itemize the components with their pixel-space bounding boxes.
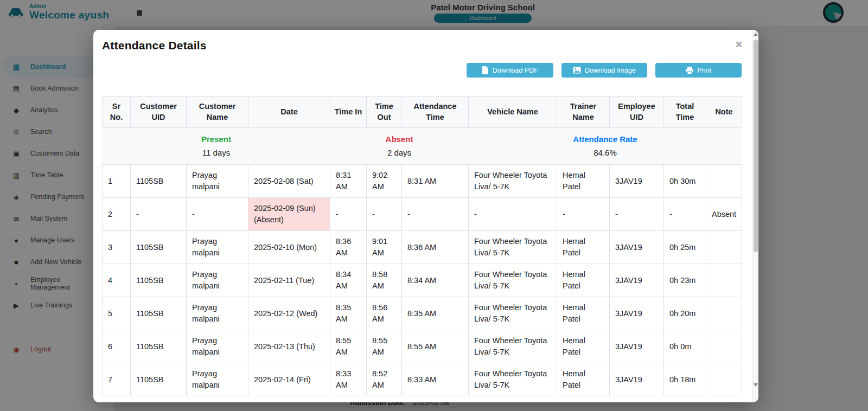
attendance-rate-value: 84.6% bbox=[593, 148, 617, 157]
scrollbar-thumb[interactable] bbox=[754, 40, 758, 252]
cell-customer-name: Prayag malpani bbox=[187, 297, 248, 330]
cell-attendance-time: 8:36 AM bbox=[402, 231, 469, 264]
print-button[interactable]: Print bbox=[655, 63, 742, 78]
column-header-employee-uid: Employee UID bbox=[610, 97, 664, 128]
cell-customer-name: Prayag malpani bbox=[187, 363, 248, 396]
summary-row: Present 11 days Absent 2 days Attendance… bbox=[103, 128, 742, 165]
cell-vehicle-name: Four Wheeler Toyota Liva/ 5-7K bbox=[469, 297, 557, 330]
cell-sr-no-: 1 bbox=[103, 165, 131, 198]
cell-customer-uid: 1105SB bbox=[131, 297, 187, 330]
cell-customer-uid: 1105SB bbox=[131, 264, 187, 297]
cell-sr-no-: 6 bbox=[103, 330, 131, 363]
cell-note bbox=[706, 231, 742, 264]
column-header-vehicle-name: Vehicle Name bbox=[469, 97, 557, 128]
cell-trainer-name: Hemal Patel bbox=[557, 363, 610, 396]
cell-date: 2025-02-12 (Wed) bbox=[248, 297, 330, 330]
cell-trainer-name: Hemal Patel bbox=[557, 231, 610, 264]
cell-time-in: 8:34 AM bbox=[330, 264, 367, 297]
cell-time-out: - bbox=[367, 198, 402, 231]
cell-trainer-name: - bbox=[557, 198, 610, 231]
cell-customer-name: Prayag malpani bbox=[187, 165, 248, 198]
cell-time-in: 8:35 AM bbox=[330, 297, 367, 330]
cell-vehicle-name: - bbox=[469, 198, 557, 231]
column-header-note: Note bbox=[706, 97, 742, 128]
cell-attendance-time: 8:33 AM bbox=[402, 363, 469, 396]
cell-time-out: 9:02 AM bbox=[367, 165, 402, 198]
cell-trainer-name: Hemal Patel bbox=[557, 297, 610, 330]
cell-date: 2025-02-11 (Tue) bbox=[248, 264, 330, 297]
cell-time-out: 8:52 AM bbox=[367, 363, 402, 396]
cell-attendance-time: 8:34 AM bbox=[402, 264, 469, 297]
cell-customer-uid: 1105SB bbox=[131, 330, 187, 363]
attendance-table: Sr No.Customer UIDCustomer NameDateTime … bbox=[102, 96, 742, 396]
cell-vehicle-name: Four Wheeler Toyota Liva/ 5-7K bbox=[469, 363, 557, 396]
cell-trainer-name: Hemal Patel bbox=[557, 165, 610, 198]
cell-time-in: - bbox=[330, 198, 367, 231]
column-header-customer-name: Customer Name bbox=[187, 97, 248, 128]
cell-customer-uid: 1105SB bbox=[131, 363, 187, 396]
cell-employee-uid: - bbox=[610, 198, 664, 231]
cell-time-out: 8:55 AM bbox=[367, 330, 402, 363]
cell-sr-no-: 5 bbox=[103, 297, 131, 330]
scroll-down-icon[interactable] bbox=[754, 383, 758, 387]
cell-sr-no-: 4 bbox=[103, 264, 131, 297]
cell-employee-uid: 3JAV19 bbox=[610, 363, 664, 396]
cell-attendance-time: 8:55 AM bbox=[402, 330, 469, 363]
cell-customer-name: Prayag malpani bbox=[187, 330, 248, 363]
cell-employee-uid: 3JAV19 bbox=[610, 165, 664, 198]
present-value: 11 days bbox=[202, 148, 230, 157]
cell-note bbox=[706, 330, 742, 363]
cell-time-out: 9:01 AM bbox=[367, 231, 402, 264]
table-row: 41105SBPrayag malpani2025-02-11 (Tue)8:3… bbox=[103, 264, 742, 297]
download-pdf-button[interactable]: Download PDF bbox=[467, 63, 553, 78]
table-row: 31105SBPrayag malpani2025-02-10 (Mon)8:3… bbox=[103, 231, 742, 264]
download-image-button[interactable]: Download Image bbox=[561, 63, 648, 78]
download-image-label: Download Image bbox=[585, 67, 636, 74]
column-header-trainer-name: Trainer Name bbox=[557, 97, 610, 128]
table-row: 61105SBPrayag malpani2025-02-13 (Thu)8:5… bbox=[103, 330, 742, 363]
image-icon bbox=[573, 67, 581, 74]
modal-actions: Download PDF Download Image Print bbox=[467, 63, 742, 78]
cell-date: 2025-02-08 (Sat) bbox=[248, 165, 330, 198]
absent-label: Absent bbox=[333, 133, 467, 145]
table-row: 2--2025-02-09 (Sun) (Absent)-------Absen… bbox=[103, 198, 742, 231]
cell-date: 2025-02-13 (Thu) bbox=[248, 330, 330, 363]
cell-time-out: 8:56 AM bbox=[367, 297, 402, 330]
attendance-rate-label: Attendance Rate bbox=[471, 133, 740, 145]
cell-vehicle-name: Four Wheeler Toyota Liva/ 5-7K bbox=[469, 231, 557, 264]
column-header-time-in: Time In bbox=[330, 97, 367, 128]
attendance-rate-summary: Attendance Rate 84.6% bbox=[469, 128, 742, 165]
table-row: 11105SBPrayag malpani2025-02-08 (Sat)8:3… bbox=[103, 165, 742, 198]
absent-summary: Absent 2 days bbox=[330, 128, 469, 165]
table-row: 71105SBPrayag malpani2025-02-14 (Fri)8:3… bbox=[103, 363, 742, 396]
printer-icon bbox=[686, 67, 693, 74]
scroll-up-icon[interactable] bbox=[754, 33, 758, 36]
cell-time-in: 8:55 AM bbox=[330, 330, 367, 363]
cell-total-time: 0h 0m bbox=[664, 330, 706, 363]
cell-total-time: 0h 18m bbox=[664, 363, 706, 396]
cell-customer-name: - bbox=[187, 198, 248, 231]
cell-customer-uid: 1105SB bbox=[131, 165, 187, 198]
cell-trainer-name: Hemal Patel bbox=[557, 264, 610, 297]
cell-time-out: 8:58 AM bbox=[367, 264, 402, 297]
column-header-time-out: Time Out bbox=[367, 97, 402, 128]
cell-total-time: 0h 25m bbox=[664, 231, 706, 264]
cell-sr-no-: 7 bbox=[103, 363, 131, 396]
cell-vehicle-name: Four Wheeler Toyota Liva/ 5-7K bbox=[469, 165, 557, 198]
modal-scrollbar[interactable] bbox=[752, 30, 758, 402]
cell-customer-name: Prayag malpani bbox=[187, 264, 248, 297]
cell-total-time: - bbox=[664, 198, 706, 231]
cell-note bbox=[706, 264, 742, 297]
cell-customer-uid: - bbox=[131, 198, 187, 231]
cell-note bbox=[706, 297, 742, 330]
table-row: 51105SBPrayag malpani2025-02-12 (Wed)8:3… bbox=[103, 297, 742, 330]
cell-total-time: 0h 23m bbox=[664, 264, 706, 297]
close-icon[interactable]: ✕ bbox=[732, 38, 745, 52]
present-label: Present bbox=[105, 133, 328, 145]
cell-time-in: 8:31 AM bbox=[330, 165, 367, 198]
attendance-details-modal: Attendance Details ✕ Download PDF Downlo… bbox=[93, 30, 758, 402]
cell-sr-no-: 2 bbox=[103, 198, 131, 231]
cell-total-time: 0h 20m bbox=[664, 297, 706, 330]
cell-note: Absent bbox=[706, 198, 742, 231]
download-pdf-label: Download PDF bbox=[493, 67, 538, 74]
